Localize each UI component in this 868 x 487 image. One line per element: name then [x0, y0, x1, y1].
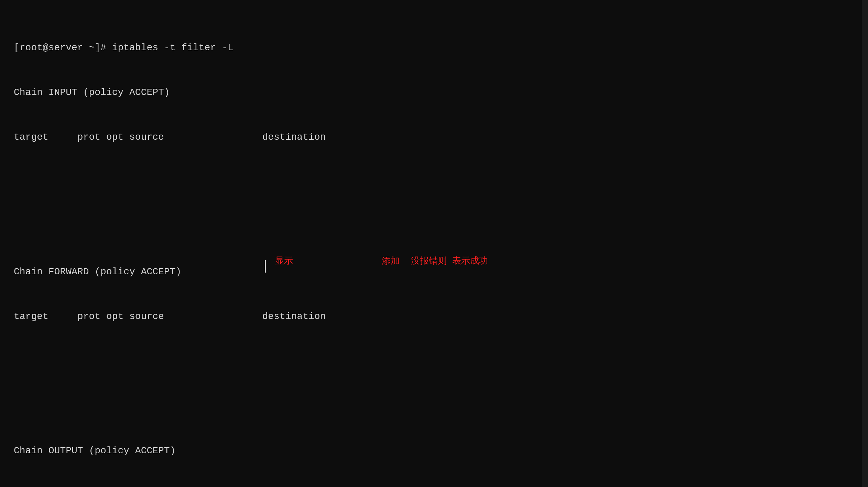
table-header-2: target prot opt source destination	[14, 309, 854, 324]
table-header-1: target prot opt source destination	[14, 130, 854, 145]
terminal-output: [root@server ~]# iptables -t filter -L C…	[0, 0, 868, 487]
blank-line-1	[14, 174, 854, 189]
chain-forward-header-1: Chain FORWARD (policy ACCEPT)	[14, 264, 854, 279]
chain-output-header-1: Chain OUTPUT (policy ACCEPT)	[14, 443, 854, 458]
chain-input-header-1: Chain INPUT (policy ACCEPT)	[14, 85, 854, 100]
scrollbar[interactable]	[862, 0, 868, 487]
blank-line-4	[14, 399, 854, 413]
command-line-1: [root@server ~]# iptables -t filter -L	[14, 40, 854, 55]
blank-line-3	[14, 354, 854, 369]
blank-line-2	[14, 219, 854, 234]
